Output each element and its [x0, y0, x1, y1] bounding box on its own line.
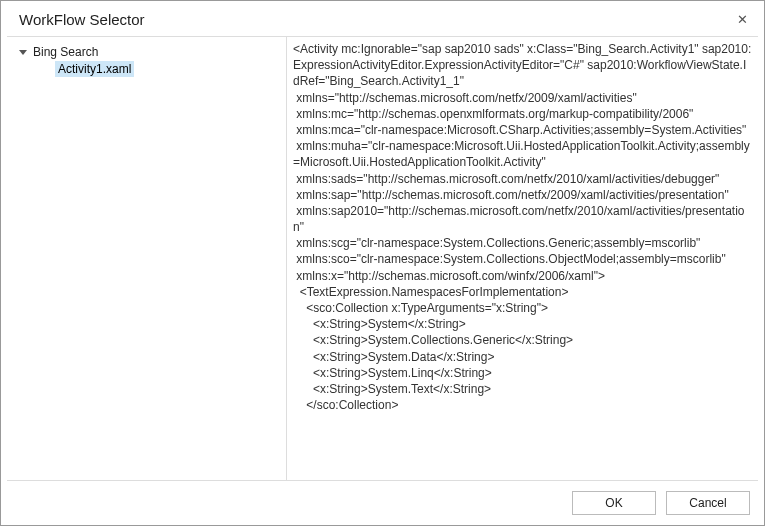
button-bar: OK Cancel — [1, 481, 764, 525]
tree-child-wrap: Activity1.xaml — [11, 61, 282, 77]
tree-root-item[interactable]: Bing Search — [11, 43, 282, 61]
expander-icon[interactable] — [19, 50, 27, 55]
close-icon[interactable]: ✕ — [733, 11, 752, 28]
content-area: Bing Search Activity1.xaml <Activity mc:… — [7, 36, 758, 481]
cancel-button[interactable]: Cancel — [666, 491, 750, 515]
title-bar: WorkFlow Selector ✕ — [1, 1, 764, 36]
tree-child-item[interactable]: Activity1.xaml — [55, 61, 134, 77]
tree-root-label: Bing Search — [33, 45, 98, 59]
xaml-content-pane[interactable]: <Activity mc:Ignorable="sap sap2010 sads… — [287, 37, 758, 480]
ok-button[interactable]: OK — [572, 491, 656, 515]
workflow-selector-dialog: WorkFlow Selector ✕ Bing Search Activity… — [0, 0, 765, 526]
tree-pane[interactable]: Bing Search Activity1.xaml — [7, 37, 287, 480]
dialog-title: WorkFlow Selector — [19, 11, 145, 28]
